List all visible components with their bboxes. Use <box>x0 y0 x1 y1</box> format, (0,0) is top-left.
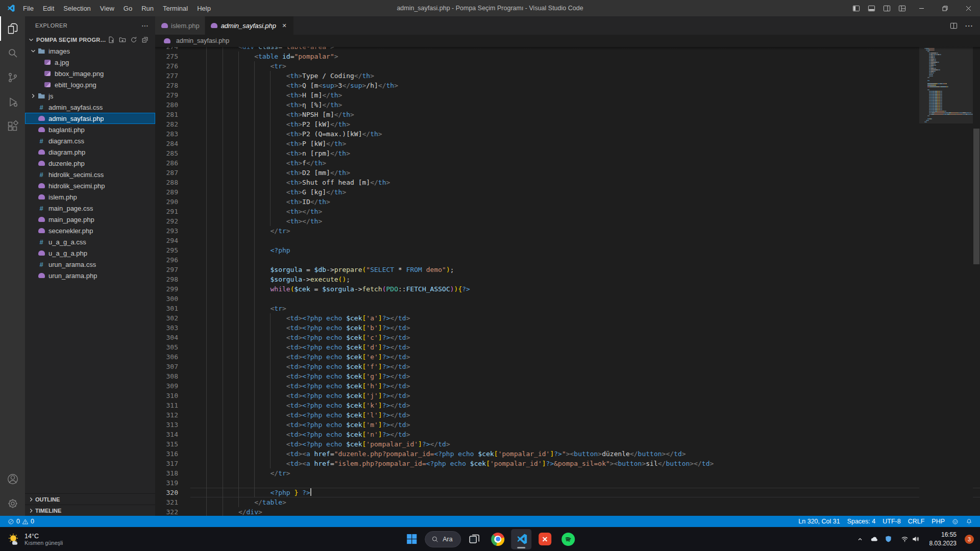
vertical-scrollbar[interactable] <box>973 47 980 516</box>
code-line-300[interactable]: 300 <box>155 294 980 304</box>
tree-item-u-a-g-a-php[interactable]: u_a_g_a.php <box>25 247 155 259</box>
new-file-icon[interactable] <box>106 35 116 45</box>
code-line-303[interactable]: 303<td><?php echo $cek['b']?></td> <box>155 323 980 333</box>
tree-item-js[interactable]: js <box>25 90 155 102</box>
menu-file[interactable]: File <box>18 0 38 16</box>
code-line-297[interactable]: 297$sorgula = $db->prepare("SELECT * FRO… <box>155 265 980 274</box>
line-number[interactable]: 295 <box>155 245 190 255</box>
code-line-284[interactable]: 284<th>P [kW]</th> <box>155 139 980 148</box>
line-number[interactable]: 289 <box>155 187 190 197</box>
code-line-286[interactable]: 286<th>f</th> <box>155 158 980 168</box>
menu-terminal[interactable]: Terminal <box>158 0 192 16</box>
tree-item-admin-sayfasi-css[interactable]: admin_sayfasi.css <box>25 102 155 113</box>
extensions-icon[interactable] <box>0 114 25 139</box>
code-line-288[interactable]: 288<th>Shut off head [m]</th> <box>155 178 980 187</box>
menu-selection[interactable]: Selection <box>59 0 95 16</box>
split-editor-icon[interactable] <box>950 22 958 30</box>
code-line-314[interactable]: 314<td><?php echo $cek['n']?></td> <box>155 430 980 439</box>
code-line-318[interactable]: 318</tr> <box>155 468 980 478</box>
notification-badge[interactable]: 3 <box>965 535 974 544</box>
explorer-more-actions-icon[interactable]: ⋯ <box>141 21 149 30</box>
code-line-321[interactable]: 321</table> <box>155 497 980 507</box>
workspace-section-header[interactable]: POMPA SEÇIM PROGRAMI <box>25 34 155 45</box>
line-number[interactable]: 315 <box>155 439 190 449</box>
tree-item-admin-sayfasi-php[interactable]: admin_sayfasi.php <box>25 113 155 124</box>
code-line-274[interactable]: 274<div class="table-area"> <box>155 47 980 52</box>
toggle-primary-sidebar-icon[interactable] <box>848 0 864 16</box>
code-line-307[interactable]: 307<td><?php echo $cek['f']?></td> <box>155 362 980 371</box>
code-line-295[interactable]: 295<?php <box>155 245 980 255</box>
task-view-button[interactable] <box>464 529 485 549</box>
code-line-301[interactable]: 301<tr> <box>155 304 980 313</box>
line-number[interactable]: 308 <box>155 371 190 381</box>
tree-item-diagram-php[interactable]: diagram.php <box>25 146 155 158</box>
tab-admin-sayfasi-php[interactable]: admin_sayfasi.php ✕ <box>205 16 294 35</box>
notifications-bell-icon[interactable] <box>962 516 976 527</box>
line-number[interactable]: 300 <box>155 294 190 304</box>
outline-section[interactable]: OUTLINE <box>25 493 155 505</box>
tree-item-secenekler-php[interactable]: secenekler.php <box>25 225 155 236</box>
code-line-317[interactable]: 317<td><a href="islem.php?pompalar_id=<?… <box>155 459 980 468</box>
line-number[interactable]: 316 <box>155 449 190 459</box>
line-number[interactable]: 302 <box>155 313 190 323</box>
code-line-309[interactable]: 309<td><?php echo $cek['h']?></td> <box>155 381 980 391</box>
line-number[interactable]: 282 <box>155 119 190 129</box>
tab-islem-php[interactable]: islem.php <box>155 16 205 35</box>
tree-item-hidrolik-secimi-css[interactable]: hidrolik_secimi.css <box>25 169 155 180</box>
restore-button[interactable] <box>933 0 957 16</box>
clock[interactable]: 16:55 8.03.2023 <box>925 531 961 547</box>
code-line-293[interactable]: 293</tr> <box>155 226 980 236</box>
code-line-291[interactable]: 291<th></th> <box>155 207 980 216</box>
breadcrumb[interactable]: admin_sayfasi.php <box>155 35 980 47</box>
language-mode[interactable]: PHP <box>928 516 948 527</box>
line-number[interactable]: 311 <box>155 400 190 410</box>
code-line-322[interactable]: 322</div> <box>155 507 980 516</box>
code-line-285[interactable]: 285<th>n [rpm]</th> <box>155 148 980 158</box>
code-line-278[interactable]: 278<th>Q [m<sup>3</sup>/h]</th> <box>155 81 980 90</box>
chrome-button[interactable] <box>488 529 508 549</box>
line-number[interactable]: 284 <box>155 139 190 148</box>
toggle-secondary-sidebar-icon[interactable] <box>879 0 894 16</box>
tree-item-u-a-g-a-css[interactable]: u_a_g_a.css <box>25 236 155 247</box>
line-number[interactable]: 304 <box>155 333 190 342</box>
tree-item-hidrolik-secimi-php[interactable]: hidrolik_secimi.php <box>25 180 155 191</box>
line-number[interactable]: 301 <box>155 304 190 313</box>
line-number[interactable]: 277 <box>155 71 190 81</box>
line-number[interactable]: 305 <box>155 342 190 352</box>
code-line-302[interactable]: 302<td><?php echo $cek['a']?></td> <box>155 313 980 323</box>
line-number[interactable]: 281 <box>155 110 190 119</box>
code-line-311[interactable]: 311<td><?php echo $cek['k']?></td> <box>155 400 980 410</box>
editor-more-actions-icon[interactable]: ⋯ <box>965 21 973 31</box>
editor[interactable]: 274<div class="table-area">275<table id=… <box>155 47 980 516</box>
line-number[interactable]: 280 <box>155 100 190 110</box>
line-number[interactable]: 322 <box>155 507 190 516</box>
settings-gear-icon[interactable] <box>0 491 25 516</box>
code-line-313[interactable]: 313<td><?php echo $cek['m']?></td> <box>155 420 980 430</box>
red-app-button[interactable]: ✕ <box>535 529 555 549</box>
feedback-icon[interactable] <box>948 516 962 527</box>
chevron-right-icon[interactable] <box>29 92 37 99</box>
line-number[interactable]: 274 <box>155 47 190 52</box>
line-number[interactable]: 313 <box>155 420 190 430</box>
code-line-305[interactable]: 305<td><?php echo $cek['d']?></td> <box>155 342 980 352</box>
menu-go[interactable]: Go <box>119 0 137 16</box>
weather-widget[interactable]: 14°C Kısmen güneşli <box>0 527 70 551</box>
tree-item-islem-php[interactable]: islem.php <box>25 191 155 203</box>
line-number[interactable]: 291 <box>155 207 190 216</box>
code-line-276[interactable]: 276<tr> <box>155 61 980 71</box>
tray-expand-icon[interactable] <box>854 532 866 546</box>
line-number[interactable]: 296 <box>155 255 190 265</box>
code-line-280[interactable]: 280<th>η [%]</th> <box>155 100 980 110</box>
tree-item-bbox-image-png[interactable]: bbox_image.png <box>25 68 155 79</box>
line-number[interactable]: 310 <box>155 391 190 400</box>
code-line-281[interactable]: 281<th>NPSH [m]</th> <box>155 110 980 119</box>
timeline-section[interactable]: TIMELINE <box>25 505 155 516</box>
search-icon[interactable] <box>0 41 25 65</box>
line-number[interactable]: 278 <box>155 81 190 90</box>
indentation[interactable]: Spaces: 4 <box>844 516 879 527</box>
menu-run[interactable]: Run <box>137 0 158 16</box>
code-line-316[interactable]: 316<td><a href="duzenle.php?pompalar_id=… <box>155 449 980 459</box>
line-number[interactable]: 283 <box>155 129 190 139</box>
new-folder-icon[interactable] <box>117 35 128 45</box>
code-line-304[interactable]: 304<td><?php echo $cek['c']?></td> <box>155 333 980 342</box>
